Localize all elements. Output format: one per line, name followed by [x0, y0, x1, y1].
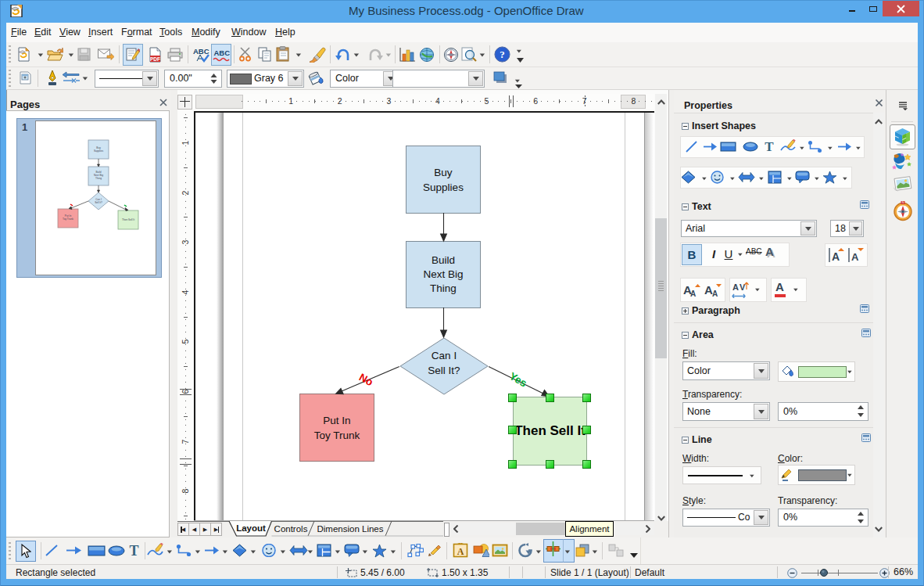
svg-text:A: A	[851, 251, 859, 263]
svg-text:T: T	[765, 139, 774, 153]
svg-text:Supplies: Supplies	[94, 149, 104, 153]
svg-text:A: A	[457, 546, 464, 557]
svg-text:A: A	[732, 282, 739, 292]
svg-text:Sell It?: Sell It?	[95, 201, 102, 204]
svg-text:ABC: ABC	[193, 47, 210, 56]
svg-text:A: A	[832, 250, 840, 263]
svg-text:Then Sell It: Then Sell It	[122, 218, 134, 221]
svg-text:ABC: ABC	[214, 49, 231, 57]
svg-text:A: A	[690, 289, 696, 298]
svg-text:?: ?	[500, 49, 505, 60]
svg-text:Toy Trunk: Toy Trunk	[63, 218, 73, 221]
svg-text:Thing: Thing	[95, 177, 102, 180]
svg-text:PDF: PDF	[150, 56, 160, 62]
svg-text:T: T	[129, 543, 138, 558]
svg-text:A: A	[712, 289, 718, 298]
